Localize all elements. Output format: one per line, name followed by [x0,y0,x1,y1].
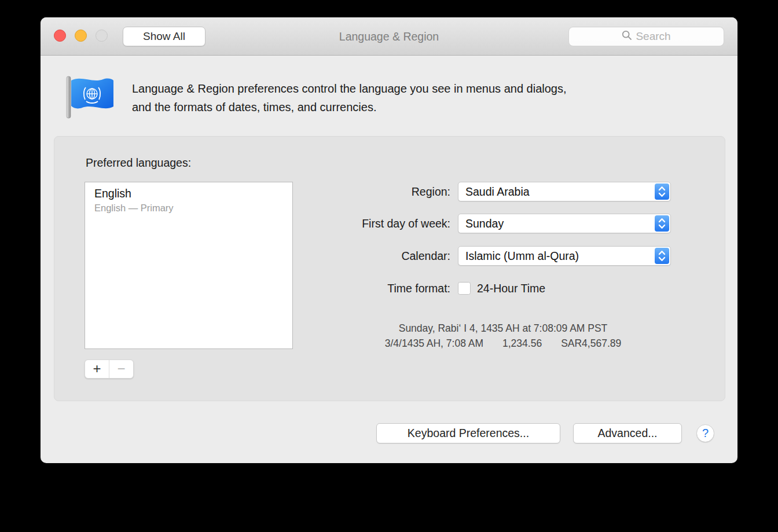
preview-line1: Sunday, Rabiʻ I 4, 1435 AH at 7:08:09 AM… [315,321,691,336]
keyboard-preferences-button[interactable]: Keyboard Preferences... [376,423,560,443]
format-preview: Sunday, Rabiʻ I 4, 1435 AH at 7:08:09 AM… [315,321,691,351]
region-value: Saudi Arabia [465,185,530,198]
remove-language-button[interactable]: − [109,360,133,378]
list-item[interactable]: English English — Primary [85,182,292,214]
preview-line2: 3/4/1435 AH, 7:08 AM 1,234.56 SAR4,567.8… [315,336,691,351]
search-placeholder: Search [636,30,670,43]
help-button[interactable]: ? [696,424,714,442]
preferred-languages-list[interactable]: English English — Primary [85,182,293,349]
language-region-window: Language & Region Show All Search [41,17,737,463]
24-hour-checkbox[interactable] [458,282,471,295]
stepper-chevrons-icon [655,248,669,264]
advanced-button[interactable]: Advanced... [573,423,682,443]
title-bar[interactable]: Language & Region Show All Search [41,17,737,56]
calendar-value: Islamic (Umm al-Qura) [465,250,579,262]
language-name: English [94,187,292,200]
stepper-chevrons-icon [655,215,669,232]
preview-currency: SAR4,567.89 [561,336,621,351]
show-all-button[interactable]: Show All [123,27,205,46]
panel-description: Language & Region preferences control th… [132,79,567,116]
add-language-button[interactable]: + [85,360,109,378]
region-label: Region: [277,182,450,201]
first-day-label: First day of week: [277,214,450,233]
time-format-label: Time format: [277,278,450,298]
description-line2: and the formats of dates, times, and cur… [132,98,567,116]
calendar-label: Calendar: [277,246,450,266]
preview-number: 1,234.56 [502,336,542,351]
description-line1: Language & Region preferences control th… [132,79,567,98]
first-day-dropdown[interactable]: Sunday [458,214,671,233]
calendar-dropdown[interactable]: Islamic (Umm al-Qura) [458,246,671,266]
preview-short-datetime: 3/4/1435 AH, 7:08 AM [385,336,483,351]
add-remove-group: + − [85,359,134,379]
stepper-chevrons-icon [655,184,669,200]
search-icon [622,30,632,43]
preferred-languages-label: Preferred languages: [86,156,191,170]
settings-panel: Preferred languages: English English — P… [54,136,725,401]
language-detail: English — Primary [94,203,292,214]
search-input[interactable]: Search [568,27,724,46]
first-day-value: Sunday [465,217,504,230]
un-flag-icon [64,73,116,122]
24-hour-checkbox-label[interactable]: 24-Hour Time [477,281,545,295]
region-dropdown[interactable]: Saudi Arabia [458,182,671,201]
